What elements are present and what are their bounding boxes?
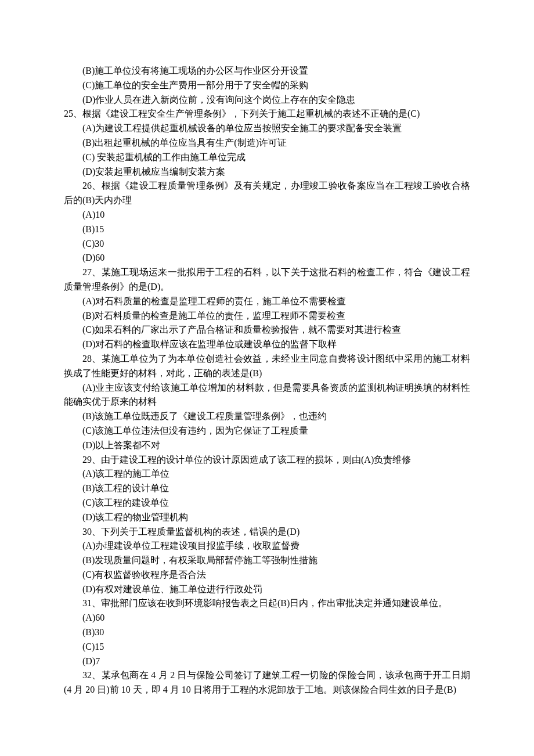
- text-line: (B)该施工单位既违反了《建设工程质量管理条例》，也违约: [64, 409, 470, 424]
- text-line: (C)30: [64, 237, 470, 251]
- text-line: (B)发现质量问题时，有权采取局部暂停施工等强制性措施: [64, 553, 470, 568]
- text-line: (C)15: [64, 640, 470, 654]
- text-line: (A)对石料质量的检查是监理工程师的责任，施工单位不需要检查: [64, 294, 470, 309]
- text-line: (A)业主应该支付给该施工单位增加的材料款，但是需要具备资质的监测机构证明换填的…: [64, 381, 470, 410]
- text-line: (B)对石料质量的检查是施工单位的责任，监理工程师不需要检查: [64, 309, 470, 323]
- text-line: (D)安装起重机械应当编制安装方案: [64, 165, 470, 179]
- text-line: (C)该工程的建设单位: [64, 496, 470, 510]
- text-line: (A)该工程的施工单位: [64, 467, 470, 481]
- text-line: 30、下列关于工程质量监督机构的表述，错误的是(D): [64, 525, 470, 539]
- text-line: (A)办理建设单位工程建设项目报监手续，收取监督费: [64, 539, 470, 553]
- text-line: (D)60: [64, 251, 470, 265]
- text-line: (A)为建设工程提供起重机械设备的单位应当按照安全施工的要求配备安全装置: [64, 121, 470, 136]
- text-line: (D)对石料的检查取样应该在监理单位或建设单位的监督下取样: [64, 337, 470, 352]
- text-line: (D)作业人员在进入新岗位前，没有询问这个岗位上存在的安全隐患: [64, 93, 470, 107]
- text-line: (D)有权对建设单位、施工单位进行行政处罚: [64, 582, 470, 597]
- text-line: (B)出租起重机械的单位应当具有生产(制造)许可证: [64, 136, 470, 150]
- text-line: (C)施工单位的安全生产费用一部分用于了安全帽的采购: [64, 78, 470, 93]
- text-line: (C)有权监督验收程序是否合法: [64, 568, 470, 582]
- text-line: 25、根据《建设工程安全生产管理条例》，下列关于施工起重机械的表述不正确的是(C…: [64, 107, 470, 121]
- document-page: (B)施工单位没有将施工现场的办公区与作业区分开设置(C)施工单位的安全生产费用…: [0, 0, 534, 756]
- text-line: (C)该施工单位违法但没有违约，因为它保证了工程质量: [64, 424, 470, 438]
- text-line: 31、审批部门应该在收到环境影响报告表之日起(B)日内，作出审批决定并通知建设单…: [64, 596, 470, 611]
- text-line: (B)该工程的设计单位: [64, 481, 470, 496]
- text-line: (A)10: [64, 208, 470, 222]
- text-line: (C)如果石料的厂家出示了产品合格证和质量检验报告，就不需要对其进行检查: [64, 323, 470, 337]
- text-line: (A)60: [64, 611, 470, 625]
- text-line: (C) 安装起重机械的工作由施工单位完成: [64, 150, 470, 165]
- text-line: 26、根据《建设工程质量管理条例》及有关规定，办理竣工验收备案应当在工程竣工验收…: [64, 179, 470, 208]
- text-line: (D)该工程的物业管理机构: [64, 510, 470, 525]
- text-line: 29、由于建设工程的设计单位的设计原因造成了该工程的损坏，则由(A)负责维修: [64, 453, 470, 467]
- text-line: 27、某施工现场运来一批拟用于工程的石料，以下关于这批石料的检查工作，符合《建设…: [64, 265, 470, 294]
- text-line: (D)以上答案都不对: [64, 438, 470, 453]
- text-line: (D)7: [64, 654, 470, 669]
- text-line: 32、某承包商在 4 月 2 日与保险公司签订了建筑工程一切险的保险合同，该承包…: [64, 668, 470, 697]
- text-line: (B)施工单位没有将施工现场的办公区与作业区分开设置: [64, 64, 470, 78]
- text-line: (B)15: [64, 222, 470, 237]
- text-line: (B)30: [64, 625, 470, 640]
- text-line: 28、某施工单位为了为本单位创造社会效益，未经业主同意自费将设计图纸中采用的施工…: [64, 352, 470, 381]
